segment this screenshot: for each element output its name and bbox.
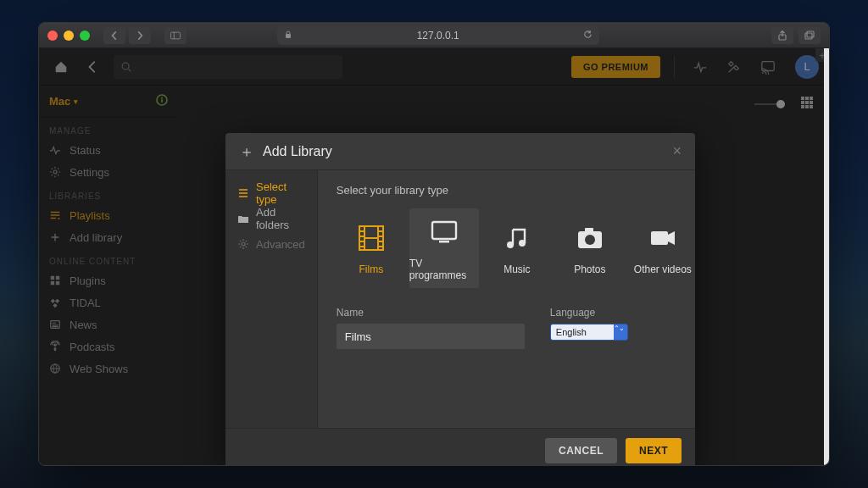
type-music[interactable]: Music [482,208,552,288]
svg-rect-14 [51,276,54,280]
next-button[interactable]: NEXT [626,438,682,463]
sidebar-item-podcasts[interactable]: Podcasts [39,336,178,358]
search-input[interactable] [114,55,342,79]
gear-icon [49,166,61,178]
type-photos[interactable]: Photos [555,208,625,288]
library-type-list: Films TV programmes Music Photos [337,208,698,288]
svg-point-9 [762,72,764,74]
svg-rect-29 [805,105,809,108]
language-select[interactable]: English [550,324,628,341]
svg-rect-30 [810,105,813,108]
browser-sidebar-toggle[interactable] [164,27,186,44]
music-icon [502,221,532,255]
type-films[interactable]: Films [337,208,406,288]
svg-rect-8 [762,61,774,70]
sidebar-item-news[interactable]: News [39,313,178,336]
svg-point-31 [242,242,245,246]
window-close-button[interactable] [47,30,58,41]
sidebar-section-online: ONLINE CONTENT [39,248,178,269]
browser-share-button[interactable] [771,27,793,44]
plus-icon [49,231,61,243]
step-advanced: Advanced [225,231,317,257]
sidebar-item-plugins[interactable]: Plugins [39,269,178,291]
window-zoom-button[interactable] [80,30,90,41]
svg-rect-20 [54,347,57,351]
svg-rect-0 [170,32,180,39]
gear-icon [237,238,249,250]
svg-rect-23 [805,97,809,100]
svg-rect-28 [801,105,804,108]
sidebar-section-manage: MANAGE [39,118,178,139]
browser-tabs-button[interactable] [798,27,821,44]
step-add-folders[interactable]: Add folders [225,206,317,231]
plugins-icon [49,274,61,286]
svg-rect-24 [810,97,813,100]
step-select-type[interactable]: Select type [225,180,317,206]
svg-rect-17 [56,281,59,285]
page-scrollbar[interactable] [824,48,829,465]
thumbnail-size-slider[interactable] [754,103,785,105]
browser-url-bar[interactable]: 127.0.0.1 [277,26,599,45]
name-label: Name [337,307,525,319]
sidebar-item-status[interactable]: Status [39,139,178,161]
svg-point-6 [122,63,129,69]
type-other-videos[interactable]: Other videos [628,208,698,288]
cancel-button[interactable]: CANCEL [545,438,617,463]
sidebar-item-settings[interactable]: Settings [39,161,178,183]
modal-title: Add Library [263,144,332,159]
library-name-input[interactable] [337,324,525,349]
svg-rect-2 [286,34,291,38]
svg-point-41 [585,235,595,245]
server-status-icon [156,94,168,108]
folder-icon [237,213,249,225]
playlist-icon [49,209,61,221]
podcasts-icon [49,341,61,352]
svg-rect-35 [432,222,456,239]
caret-down-icon: ▾ [74,97,78,106]
modal-steps: Select type Add folders Advanced [225,170,318,428]
sidebar-item-add-library[interactable]: Add library [39,226,178,248]
svg-point-13 [53,170,57,174]
browser-forward-button[interactable] [129,27,151,44]
svg-point-38 [519,240,526,247]
modal-close-button[interactable]: × [672,142,682,160]
svg-line-7 [129,69,131,71]
svg-rect-27 [810,101,813,104]
tv-icon [429,215,459,249]
svg-rect-26 [805,101,809,104]
svg-point-19 [53,344,57,347]
sidebar-section-libraries: LIBRARIES [39,183,178,204]
camera-icon [575,221,605,255]
home-button[interactable] [49,55,73,79]
type-tv[interactable]: TV programmes [409,208,479,288]
svg-rect-42 [651,231,668,245]
svg-rect-16 [51,281,54,285]
browser-url-text: 127.0.0.1 [417,30,459,42]
grid-view-icon[interactable] [800,96,814,113]
svg-rect-25 [801,101,804,104]
sidebar-item-webshows[interactable]: Web Shows [39,358,178,380]
tidal-icon [49,297,61,308]
globe-icon [49,363,61,374]
activity-icon[interactable] [688,55,712,79]
sidebar-item-playlists[interactable]: Playlists [39,204,178,226]
svg-rect-5 [807,31,814,37]
svg-rect-15 [56,276,59,280]
window-minimize-button[interactable] [64,30,74,41]
plus-icon: ＋ [239,141,254,162]
refresh-icon[interactable] [583,30,593,42]
app-back-button[interactable] [81,55,105,79]
news-icon [49,319,61,330]
go-premium-button[interactable]: GO PREMIUM [571,56,660,78]
app-topbar: GO PREMIUM L [39,48,829,86]
lock-icon [284,30,292,42]
cast-icon[interactable] [756,55,780,79]
video-icon [648,221,678,255]
sidebar-item-tidal[interactable]: TIDAL [39,291,178,313]
server-selector[interactable]: Mac ▾ [49,95,78,108]
settings-tools-icon[interactable] [722,55,746,79]
svg-rect-22 [801,97,804,100]
language-label: Language [550,307,628,319]
window-controls [47,30,90,41]
browser-back-button[interactable] [103,27,125,44]
